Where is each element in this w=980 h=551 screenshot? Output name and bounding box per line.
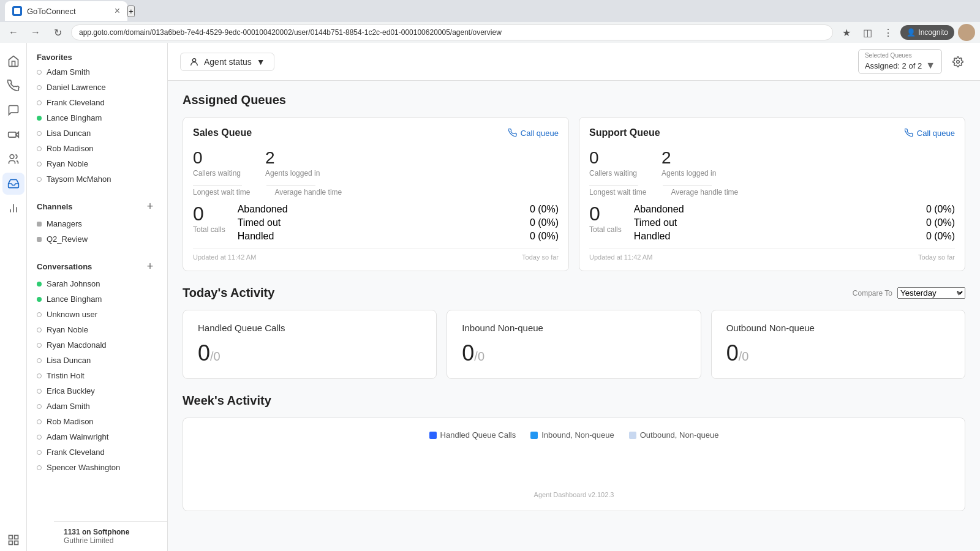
queue-wait-stats: Longest wait time Average handle time (193, 188, 559, 197)
sidebar-item-favorite[interactable]: Adam Smith (27, 64, 167, 80)
callers-waiting-label: Callers waiting (589, 169, 637, 178)
timed-out-value: 0 (0%) (530, 217, 559, 228)
sidebar-item-conversation[interactable]: Lisa Duncan (27, 353, 167, 368)
status-dot (37, 70, 42, 75)
softphone-status: 1131 on Softphone Guthrie Limited ⌄ (54, 521, 168, 551)
timed-out-row: Timed out 0 (0%) (238, 216, 559, 230)
back-button[interactable]: ← (5, 24, 22, 41)
queue-card: Support Queue Call queue 0 Callers waiti… (579, 117, 965, 271)
compare-to-select[interactable]: Yesterday Last week (897, 287, 965, 299)
new-tab-button[interactable]: + (127, 6, 135, 17)
sidebar-item-conversation[interactable]: Spencer Washington (27, 460, 167, 475)
add-conversation-button[interactable]: + (143, 259, 157, 274)
status-dot (37, 358, 42, 363)
conversation-name: Adam Smith (47, 402, 90, 411)
phone-icon (905, 129, 913, 137)
user-avatar[interactable] (958, 24, 975, 41)
favorite-name: Lance Bingham (47, 113, 102, 122)
more-button[interactable]: ⋮ (880, 24, 897, 41)
queue-wait-stats: Longest wait time Average handle time (589, 188, 955, 197)
bookmark-button[interactable]: ★ (838, 24, 855, 41)
agent-status-icon (189, 57, 199, 67)
conversations-header: Conversations + (27, 257, 167, 276)
agent-status-button[interactable]: Agent status ▼ (180, 53, 274, 71)
sidebar-item-favorite[interactable]: Lisa Duncan (27, 126, 167, 141)
sidebar-icon-contacts[interactable] (2, 148, 24, 170)
channels-label: Channels (37, 202, 73, 211)
legend-item: Inbound, Non-queue (530, 430, 614, 440)
channel-icon (37, 222, 42, 227)
sidebar-item-conversation[interactable]: Adam Wainwright (27, 429, 167, 444)
address-bar[interactable]: app.goto.com/domain/013a6beb-7e4d-4529-9… (71, 24, 833, 40)
softphone-company: Guthrie Limited (64, 536, 129, 545)
handled-value: 0 (0%) (926, 231, 955, 242)
tab-close-button[interactable]: × (115, 6, 120, 16)
settings-button[interactable] (948, 52, 968, 72)
sidebar-item-channel[interactable]: Q2_Review (27, 231, 167, 247)
status-dot (37, 328, 42, 332)
conversation-name: Lance Bingham (47, 294, 102, 304)
sidebar-item-conversation[interactable]: Unknown user (27, 307, 167, 322)
sidebar-icon-video[interactable] (2, 124, 24, 146)
forward-button[interactable]: → (27, 24, 44, 41)
sidebar-item-favorite[interactable]: Rob Madison (27, 141, 167, 156)
sidebar-item-conversation[interactable]: Sarah Johnson (27, 276, 167, 291)
sidebar-item-conversation[interactable]: Erica Buckley (27, 383, 167, 399)
timed-out-label: Timed out (634, 217, 677, 228)
sidebar-item-conversation[interactable]: Tristin Holt (27, 368, 167, 383)
sidebar-icon-apps[interactable] (2, 529, 24, 551)
favorite-name: Rob Madison (47, 144, 94, 153)
legend-item: Handled Queue Calls (429, 430, 516, 440)
status-dot (37, 419, 42, 424)
add-channel-button[interactable]: + (143, 199, 157, 214)
browser-tab[interactable]: GoToConnect × (5, 1, 127, 21)
sidebar-icon-analytics[interactable] (2, 197, 24, 219)
queue-footer: Updated at 11:42 AM Today so far (193, 248, 559, 261)
total-calls: 0 Total calls (193, 203, 225, 234)
channel-name: Q2_Review (47, 234, 88, 244)
call-queue-button[interactable]: Call queue (508, 129, 559, 138)
svg-rect-9 (9, 541, 12, 545)
sidebar-item-favorite[interactable]: Ryan Noble (27, 156, 167, 171)
sidebar-item-favorite[interactable]: Taysom McMahon (27, 171, 167, 187)
abandoned-label: Abandoned (238, 204, 288, 215)
agent-status-label: Agent status (204, 57, 252, 67)
divider (663, 185, 712, 186)
chart-version: Agent Dashboard v2.102.3 (195, 491, 952, 498)
sidebar-item-conversation[interactable]: Rob Madison (27, 414, 167, 429)
weeks-activity-title: Week's Activity (183, 394, 965, 408)
sidebar-icon-home[interactable] (2, 50, 24, 72)
svg-rect-1 (8, 132, 16, 137)
queue-card: Sales Queue Call queue 0 Callers waiting… (183, 117, 569, 271)
status-dot (37, 85, 42, 90)
channels-section: Channels + ManagersQ2_Review (27, 189, 167, 249)
legend-dot (629, 432, 636, 439)
status-dot (37, 116, 42, 121)
conversation-name: Erica Buckley (47, 386, 95, 395)
sidebar-item-favorite[interactable]: Daniel Lawrence (27, 80, 167, 95)
sidebar-icon-queue[interactable] (2, 173, 24, 195)
conversations-label: Conversations (37, 262, 92, 271)
sidebar-item-conversation[interactable]: Ryan Macdonald (27, 337, 167, 353)
call-queue-button[interactable]: Call queue (905, 129, 955, 138)
sidebar-icon-chat[interactable] (2, 99, 24, 121)
sidebar-icon-phone[interactable] (2, 75, 24, 97)
extension-button[interactable]: ◫ (859, 24, 876, 41)
incognito-button[interactable]: 👤 Incognito (900, 25, 954, 40)
timed-out-row: Timed out 0 (0%) (634, 216, 955, 230)
sidebar-item-conversation[interactable]: Ryan Noble (27, 322, 167, 337)
conversation-name: Ryan Macdonald (47, 340, 107, 350)
sidebar-item-conversation[interactable]: Frank Cleveland (27, 444, 167, 460)
sidebar-item-favorite[interactable]: Lance Bingham (27, 110, 167, 126)
call-breakdown: Abandoned 0 (0%) Timed out 0 (0%) Handle… (238, 203, 559, 243)
sidebar-item-conversation[interactable]: Adam Smith (27, 399, 167, 414)
todays-activity-title: Today's Activity (183, 286, 274, 300)
refresh-button[interactable]: ↻ (49, 24, 66, 41)
longest-wait-stat: Longest wait time (589, 188, 646, 197)
sidebar-item-channel[interactable]: Managers (27, 216, 167, 231)
sidebar-item-conversation[interactable]: Lance Bingham (27, 291, 167, 307)
sidebar-item-favorite[interactable]: Frank Cleveland (27, 95, 167, 110)
queues-controls: Selected Queues Assigned: 2 of 2 ▼ (858, 49, 968, 74)
abandoned-row: Abandoned 0 (0%) (238, 203, 559, 216)
abandoned-label: Abandoned (634, 204, 684, 215)
